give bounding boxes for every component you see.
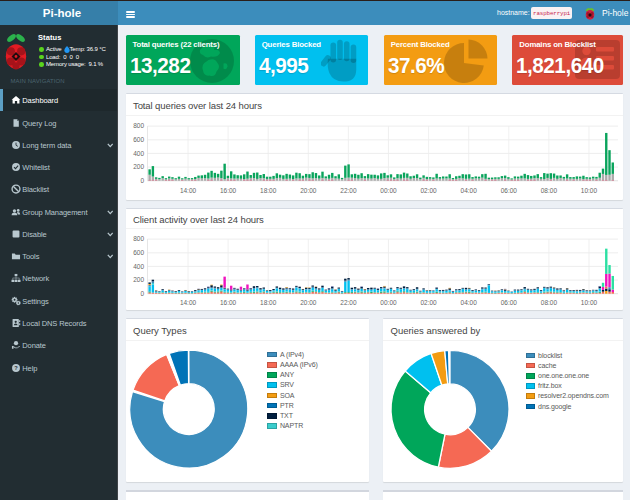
svg-text:0: 0 [140,289,144,296]
svg-text:14:00: 14:00 [179,299,196,306]
svg-text:16:00: 16:00 [219,186,236,193]
svg-text:600: 600 [133,136,144,143]
svg-text:18:00: 18:00 [260,186,277,193]
svg-text:08:00: 08:00 [540,299,557,306]
svg-text:20:00: 20:00 [300,186,317,193]
svg-text:800: 800 [133,122,144,129]
svg-text:800: 800 [133,235,144,242]
svg-text:200: 200 [133,163,144,170]
svg-text:08:00: 08:00 [540,186,557,193]
svg-text:02:00: 02:00 [420,186,437,193]
svg-text:18:00: 18:00 [260,299,277,306]
svg-text:22:00: 22:00 [340,299,357,306]
svg-text:200: 200 [133,276,144,283]
svg-text:10:00: 10:00 [580,186,597,193]
svg-text:10:00: 10:00 [580,299,597,306]
svg-text:16:00: 16:00 [219,299,236,306]
svg-text:600: 600 [133,249,144,256]
svg-text:22:00: 22:00 [340,186,357,193]
svg-text:00:00: 00:00 [380,299,397,306]
svg-text:?: ? [14,364,18,370]
svg-text:04:00: 04:00 [460,186,477,193]
svg-text:06:00: 06:00 [500,299,517,306]
svg-text:0: 0 [140,177,144,184]
svg-text:04:00: 04:00 [460,299,477,306]
svg-text:06:00: 06:00 [500,186,517,193]
svg-text:00:00: 00:00 [380,186,397,193]
svg-text:20:00: 20:00 [300,299,317,306]
svg-text:400: 400 [133,262,144,269]
svg-text:02:00: 02:00 [420,299,437,306]
svg-text:400: 400 [133,149,144,156]
svg-text:14:00: 14:00 [179,186,196,193]
